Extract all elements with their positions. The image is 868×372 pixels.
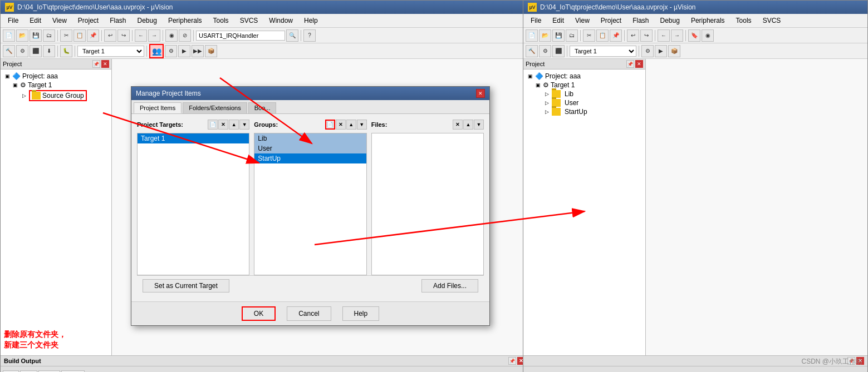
menu-view[interactable]: View [47,15,72,26]
second-toolbar-save[interactable]: 💾 [552,29,565,42]
target-select[interactable]: Target 1 [77,46,144,57]
group-item-user[interactable]: User [254,143,366,153]
panel-close-btn[interactable]: ✕ [101,60,109,68]
second-toolbar-new[interactable]: 📄 [526,29,538,42]
targets-down-btn[interactable]: ▼ [239,120,249,130]
second-toolbar-save-all[interactable]: 🗂 [566,29,578,42]
second-target-select[interactable]: Target 1 [570,46,636,57]
toolbar2-target-options-btn[interactable]: ⚙ [165,45,177,57]
dialog-tab-books[interactable]: Boo... [248,102,277,113]
second-toolbar-redo[interactable]: ↪ [640,29,653,42]
dialog-tab-folders[interactable]: Folders/Extensions [183,102,247,113]
toolbar-help-btn[interactable]: ? [303,29,316,42]
groups-list[interactable]: Lib User StartUp [254,133,366,275]
second-toolbar2-rebuild[interactable]: ⚙ [539,45,551,57]
dialog-close-btn[interactable]: ✕ [476,89,485,98]
dialog-help-btn[interactable]: Help [342,306,380,321]
toolbar-save-btn[interactable]: 💾 [30,29,42,42]
second-menu-view[interactable]: View [570,15,595,26]
dialog-tab-project-items[interactable]: Project Items [134,102,182,113]
dialog-cancel-btn[interactable]: Cancel [287,306,331,321]
second-panel-pin[interactable]: 📌 [626,60,634,68]
menu-file[interactable]: File [3,15,23,26]
targets-up-btn[interactable]: ▲ [229,120,239,130]
files-del-btn[interactable]: ✕ [453,120,463,130]
group-item-lib[interactable]: Lib [254,133,366,143]
second-toolbar-bkpt[interactable]: ◉ [702,29,714,42]
second-toolbar-fwd[interactable]: → [671,29,683,42]
files-list[interactable] [371,133,484,275]
second-tree-lib[interactable]: ▷ Lib [526,90,643,98]
add-files-btn[interactable]: Add Files... [421,279,478,292]
set-current-target-btn[interactable]: Set as Current Target [143,279,229,292]
function-dropdown[interactable] [196,31,285,41]
menu-edit[interactable]: Edit [24,15,46,26]
toolbar-bkpt-btn[interactable]: ◉ [165,29,178,42]
status-tab-0[interactable]: P... [3,370,19,373]
toolbar-fwd-btn[interactable]: → [148,29,160,42]
build-output-pin-btn[interactable]: 📌 [508,357,516,365]
toolbar-cut-btn[interactable]: ✂ [60,29,72,42]
second-toolbar-open[interactable]: 📂 [539,29,551,42]
second-menu-peripherals[interactable]: Peripherals [686,15,730,26]
second-toolbar2-build[interactable]: 🔨 [526,45,538,57]
second-tree-root[interactable]: ▣ 🔷 Project: aaa [526,72,643,81]
toolbar2-build-btn[interactable]: 🔨 [3,45,15,57]
second-panel-close[interactable]: ✕ [635,60,643,68]
second-toolbar2-pkg[interactable]: 📦 [668,45,680,57]
second-menu-file[interactable]: File [526,15,546,26]
second-tree-startup[interactable]: ▷ StartUp [526,107,643,116]
tree-target[interactable]: ▣ ⚙ Target 1 [3,81,109,90]
files-up-btn[interactable]: ▲ [463,120,473,130]
toolbar2-stop-btn[interactable]: ⬛ [30,45,42,57]
status-tab-1[interactable]: B... [20,370,37,373]
second-menu-edit[interactable]: Edit [547,15,569,26]
toolbar-open-btn[interactable]: 📂 [16,29,28,42]
targets-new-btn[interactable]: 📄 [208,120,218,130]
second-toolbar-bookmark[interactable]: 🔖 [688,29,700,42]
toolbar-undo-btn[interactable]: ↩ [104,29,116,42]
menu-tools[interactable]: Tools [208,15,234,26]
second-menu-tools[interactable]: Tools [731,15,757,26]
second-toolbar-cut[interactable]: ✂ [583,29,595,42]
toolbar-back-btn[interactable]: ← [135,29,147,42]
toolbar-save-all-btn[interactable]: 🗂 [43,29,55,42]
toolbar-clr-bkpt-btn[interactable]: ⊘ [179,29,191,42]
groups-del-btn[interactable]: ✕ [336,120,346,130]
menu-help[interactable]: Help [299,15,323,26]
tree-source-group[interactable]: ▷ Source Group [3,90,109,102]
status-tab-2[interactable]: {} F... [38,370,60,373]
second-toolbar-back[interactable]: ← [658,29,670,42]
manage-project-items-btn[interactable]: 👥 [149,44,164,58]
toolbar-copy-btn[interactable]: 📋 [73,29,86,42]
toolbar-redo-btn[interactable]: ↪ [117,29,130,42]
dialog-ok-btn[interactable]: OK [242,306,276,321]
toolbar2-run-btn[interactable]: ▶ [178,45,190,57]
group-item-startup[interactable]: StartUp [254,153,366,163]
targets-list[interactable]: Target 1 [137,133,249,275]
toolbar2-dbg-btn[interactable]: 🐛 [60,45,72,57]
menu-project[interactable]: Project [73,15,104,26]
groups-up-btn[interactable]: ▲ [346,120,356,130]
toolbar2-download-btn[interactable]: ⬇ [43,45,55,57]
second-toolbar2-options[interactable]: ⚙ [641,45,654,57]
second-toolbar2-stop[interactable]: ⬛ [552,45,565,57]
second-menu-svcs[interactable]: SVCS [758,15,786,26]
menu-svcs[interactable]: SVCS [235,15,263,26]
menu-window[interactable]: Window [264,15,298,26]
second-menu-project[interactable]: Project [596,15,626,26]
toolbar2-rebuild-btn[interactable]: ⚙ [16,45,28,57]
tree-root[interactable]: ▣ 🔷 Project: aaa [3,72,109,81]
second-toolbar-undo[interactable]: ↩ [627,29,639,42]
second-tree-user[interactable]: ▷ User [526,98,643,107]
second-toolbar2-run[interactable]: ▶ [655,45,667,57]
second-toolbar-paste[interactable]: 📌 [610,29,622,42]
toolbar-paste-btn[interactable]: 📌 [87,29,99,42]
panel-pin-btn[interactable]: 📌 [92,60,100,68]
second-menu-debug[interactable]: Debug [655,15,685,26]
menu-flash[interactable]: Flash [105,15,131,26]
toolbar2-run2-btn[interactable]: ▶▶ [192,45,204,57]
toolbar2-pkg-btn[interactable]: 📦 [205,45,217,57]
groups-down-btn[interactable]: ▼ [357,120,367,130]
second-toolbar-copy[interactable]: 📋 [596,29,609,42]
